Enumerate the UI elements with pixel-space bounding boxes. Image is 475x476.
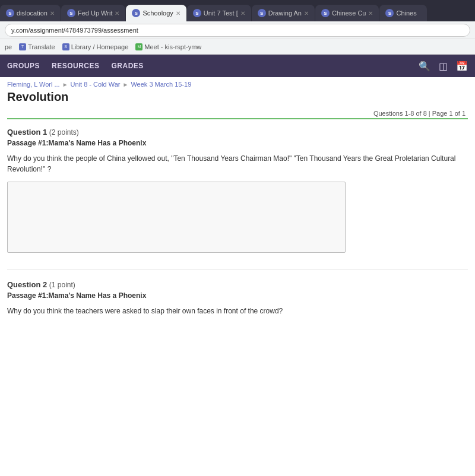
breadcrumb-root[interactable]: Fleming, L Worl ... xyxy=(7,81,60,88)
tab-icon-6: S xyxy=(321,9,330,17)
tab-label-5: Drawing An xyxy=(268,9,302,17)
question-2-block: Question 2 (1 point) Passage #1:Mama's N… xyxy=(7,280,468,316)
tab-label-4: Unit 7 Test [ xyxy=(204,9,238,17)
question-1-title: Question 1 (2 points) xyxy=(7,128,468,137)
question-1-answer[interactable] xyxy=(7,182,346,253)
search-icon[interactable]: 🔍 xyxy=(419,61,430,72)
library-icon: S xyxy=(62,43,69,50)
bookmark-meet-label: Meet - kis-rspt-ymw xyxy=(144,43,201,50)
question-1-passage: Passage #1:Mama's Name Has a Phoenix xyxy=(7,139,468,147)
tab-label-6: Chinese Cu xyxy=(332,9,366,17)
meet-icon: M xyxy=(135,43,142,50)
calendar-icon[interactable]: 📅 xyxy=(456,61,468,72)
tab-dislocation[interactable]: S dislocation ✕ xyxy=(0,5,61,21)
tab-bar: S dislocation ✕ S Fed Up Writ ✕ S School… xyxy=(0,0,475,21)
bookmark-library[interactable]: S Library / Homepage xyxy=(62,43,129,50)
breadcrumb-arrow-2: ► xyxy=(123,81,129,88)
question-1-text: Why do you think the people of China yel… xyxy=(7,153,468,174)
breadcrumb-unit8[interactable]: Unit 8 - Cold War xyxy=(71,81,121,88)
address-input[interactable] xyxy=(5,24,470,37)
questions-underline xyxy=(7,118,468,119)
tab-close-5[interactable]: ✕ xyxy=(302,10,309,17)
questions-info: Questions 1-8 of 8 | Page 1 of 1 xyxy=(373,110,466,117)
tab-icon-7: S xyxy=(385,9,394,17)
tab-icon-2: S xyxy=(67,9,75,17)
main-content: Questions 1-8 of 8 | Page 1 of 1 Questio… xyxy=(0,110,475,342)
question-2-passage: Passage #1:Mama's Name Has a Phoenix xyxy=(7,291,468,300)
tab-drawing[interactable]: S Drawing An ✕ xyxy=(252,5,315,21)
tab-label-7: Chines xyxy=(396,9,416,17)
tab-close-6[interactable]: ✕ xyxy=(366,10,373,17)
nav-grades[interactable]: GRADES xyxy=(112,57,144,75)
tab-close-2[interactable]: ✕ xyxy=(112,10,119,17)
tab-chinese-cu[interactable]: S Chinese Cu ✕ xyxy=(315,5,379,21)
grid-icon[interactable]: ◫ xyxy=(439,61,448,72)
address-bar xyxy=(0,21,475,39)
bookmark-meet[interactable]: M Meet - kis-rspt-ymw xyxy=(135,43,201,50)
translate-icon: T xyxy=(19,43,26,50)
breadcrumb-week3[interactable]: Week 3 March 15-19 xyxy=(131,81,191,88)
browser-window: S dislocation ✕ S Fed Up Writ ✕ S School… xyxy=(0,0,475,476)
question-1-block: Question 1 (2 points) Passage #1:Mama's … xyxy=(7,128,468,255)
tab-schoology[interactable]: S Schoology ✕ xyxy=(126,5,186,21)
question-2-text: Why do you think the teachers were asked… xyxy=(7,306,468,316)
bookmark-translate-label: Translate xyxy=(28,43,55,50)
breadcrumb-arrow-1: ► xyxy=(62,81,68,88)
tab-close-3[interactable]: ✕ xyxy=(173,10,180,17)
tab-chinese2[interactable]: S Chines xyxy=(379,5,427,21)
nav-groups[interactable]: GROUPS xyxy=(7,57,40,75)
question-2-title: Question 2 (1 point) xyxy=(7,280,468,289)
bookmark-pe-label: pe xyxy=(5,43,12,50)
question-2-number: Question 2 xyxy=(7,280,47,289)
bookmark-translate[interactable]: T Translate xyxy=(19,43,55,50)
tab-icon-3: S xyxy=(132,9,140,17)
tab-icon-1: S xyxy=(6,9,14,17)
tab-close-4[interactable]: ✕ xyxy=(238,10,245,17)
bookmark-pe[interactable]: pe xyxy=(5,43,12,50)
tab-label-2: Fed Up Writ xyxy=(78,9,112,17)
tab-label-1: dislocation xyxy=(17,9,48,17)
tab-label-3: Schoology xyxy=(142,9,173,17)
breadcrumb: Fleming, L Worl ... ► Unit 8 - Cold War … xyxy=(0,77,475,89)
tab-icon-5: S xyxy=(258,9,266,17)
question-1-number: Question 1 xyxy=(7,128,47,137)
question-1-points: (2 points) xyxy=(49,128,79,137)
questions-header: Questions 1-8 of 8 | Page 1 of 1 xyxy=(7,110,468,117)
page-title: Revolution xyxy=(0,89,475,110)
tab-close-1[interactable]: ✕ xyxy=(48,10,55,17)
page-content: GROUPS RESOURCES GRADES 🔍 ◫ 📅 Fleming, L… xyxy=(0,55,475,476)
nav-resources[interactable]: RESOURCES xyxy=(52,57,100,75)
tab-unit7[interactable]: S Unit 7 Test [ ✕ xyxy=(187,5,251,21)
question-2-points: (1 point) xyxy=(49,281,75,289)
schoology-nav: GROUPS RESOURCES GRADES 🔍 ◫ 📅 xyxy=(0,55,475,77)
bookmarks-bar: pe T Translate S Library / Homepage M Me… xyxy=(0,39,475,55)
tab-fed-up[interactable]: S Fed Up Writ ✕ xyxy=(61,5,125,21)
bookmark-library-label: Library / Homepage xyxy=(71,43,129,50)
tab-icon-4: S xyxy=(193,9,201,17)
question-divider-1 xyxy=(7,269,468,269)
nav-icons: 🔍 ◫ 📅 xyxy=(419,61,468,72)
